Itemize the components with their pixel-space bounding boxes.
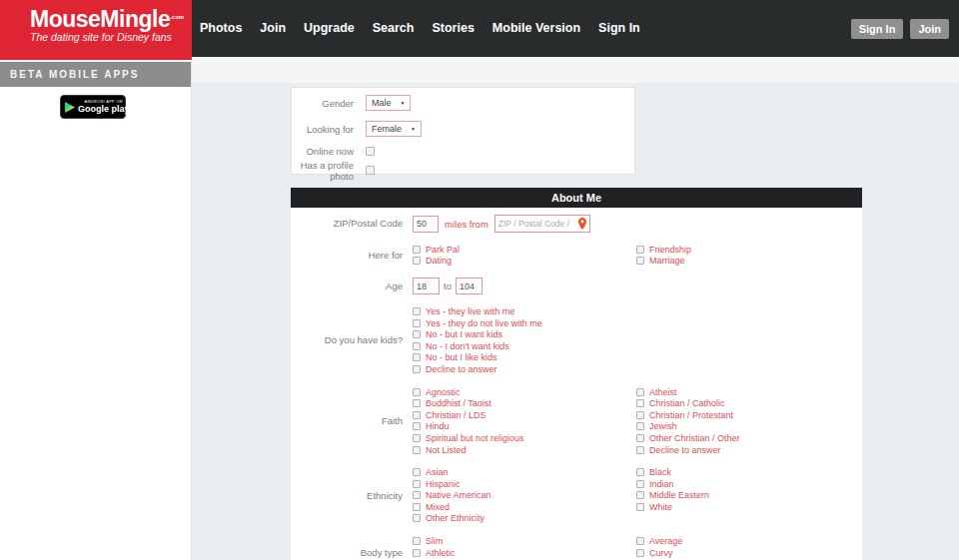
checkbox-option[interactable]: Marriage	[636, 256, 836, 268]
nav-item-photos[interactable]: Photos	[200, 0, 242, 57]
checkbox-option[interactable]: Other Christian / Other	[636, 432, 836, 444]
checkbox[interactable]	[413, 514, 421, 522]
checkbox[interactable]	[636, 468, 644, 476]
checkbox-option[interactable]: Slim	[413, 535, 636, 547]
checkbox[interactable]	[413, 388, 421, 396]
checkbox-option[interactable]: Other Ethnicity	[413, 513, 636, 525]
checkbox-option[interactable]: Decline to answer	[413, 363, 636, 375]
nav-item-search[interactable]: Search	[373, 0, 415, 57]
chevron-down-icon: ▼	[411, 126, 416, 132]
checkbox-option[interactable]: No - but I want kids	[413, 328, 636, 340]
checkbox-option[interactable]: Asian	[413, 466, 636, 478]
zip-input[interactable]	[498, 219, 578, 229]
checkbox[interactable]	[636, 480, 644, 488]
logo-block[interactable]: MouseMingle.com The dating site for Disn…	[0, 0, 192, 60]
checkbox[interactable]	[636, 422, 644, 430]
checkbox-option[interactable]: Park Pal	[413, 244, 636, 256]
nav-item-join[interactable]: Join	[260, 0, 286, 57]
looking-for-select[interactable]: Female▼	[366, 121, 422, 137]
checkbox-option[interactable]: Dating	[413, 256, 636, 268]
checkbox-option[interactable]: Not Listed	[413, 444, 636, 456]
checkbox-option[interactable]: Yes - they live with me	[413, 305, 636, 317]
content-top-strip	[192, 57, 959, 83]
checkbox-option[interactable]: No - I don't want kids	[413, 340, 636, 352]
checkbox[interactable]	[413, 342, 421, 350]
online-now-checkbox[interactable]	[366, 147, 375, 156]
checkbox-option[interactable]: Mixed	[413, 501, 636, 513]
checkbox-label: Atheist	[649, 387, 677, 397]
checkbox-option[interactable]: White	[636, 501, 836, 513]
checkbox[interactable]	[636, 446, 644, 454]
checkbox[interactable]	[413, 257, 421, 265]
location-pin-icon[interactable]	[578, 218, 586, 230]
checkbox-option[interactable]: Christian / Catholic	[636, 397, 836, 409]
checkbox-option[interactable]: Buddhist / Taoist	[413, 397, 636, 409]
checkbox[interactable]	[413, 503, 421, 511]
checkbox-option[interactable]: No - but I like kids	[413, 352, 636, 364]
checkbox-label: Decline to answer	[649, 445, 721, 455]
checkbox-option[interactable]: Decline to answer	[636, 444, 836, 456]
google-play-badge[interactable]: ANDROID APP ON Google play	[60, 95, 126, 119]
checkbox-option[interactable]: Average	[636, 535, 836, 547]
checkbox-label: Other Christian / Other	[649, 433, 740, 443]
has-photo-checkbox[interactable]	[366, 166, 375, 175]
checkbox-option[interactable]: Christian / LDS	[413, 409, 636, 421]
checkbox-option[interactable]: Black	[636, 466, 836, 478]
nav-item-sign-in[interactable]: Sign In	[598, 0, 640, 57]
checkbox-option[interactable]: Hindu	[413, 421, 636, 433]
checkbox[interactable]	[413, 468, 421, 476]
checkbox[interactable]	[636, 549, 644, 557]
checkbox[interactable]	[636, 491, 644, 499]
checkbox-label: Athletic	[426, 548, 456, 558]
checkbox[interactable]	[636, 388, 644, 396]
checkbox[interactable]	[413, 307, 421, 315]
checkbox[interactable]	[413, 246, 421, 254]
checkbox-option[interactable]: Spiritual but not religious	[413, 432, 636, 444]
checkbox-option[interactable]: Athletic	[413, 547, 636, 559]
checkbox[interactable]	[636, 503, 644, 511]
checkbox-option[interactable]: Indian	[636, 478, 836, 490]
about-me-panel: ZIP/Postal Code miles from	[291, 208, 862, 560]
checkbox[interactable]	[413, 480, 421, 488]
checkbox[interactable]	[413, 549, 421, 557]
checkbox-option[interactable]: Native American	[413, 490, 636, 502]
age-min-input[interactable]	[413, 278, 440, 294]
miles-input[interactable]	[413, 216, 439, 233]
main-content: Gender Male▼ Looking for Female▼ Online …	[192, 57, 959, 560]
nav-item-mobile-version[interactable]: Mobile Version	[492, 0, 580, 57]
checkbox[interactable]	[636, 246, 644, 254]
checkbox[interactable]	[413, 537, 421, 545]
join-button[interactable]: Join	[910, 19, 949, 39]
checkbox-label: Average	[649, 536, 682, 546]
checkbox[interactable]	[636, 537, 644, 545]
checkbox-option[interactable]: Jewish	[636, 421, 836, 433]
checkbox[interactable]	[636, 411, 644, 419]
checkbox[interactable]	[413, 330, 421, 338]
checkbox[interactable]	[413, 319, 421, 327]
nav-item-upgrade[interactable]: Upgrade	[304, 0, 355, 57]
nav-item-stories[interactable]: Stories	[432, 0, 474, 57]
checkbox-option[interactable]: Friendship	[636, 244, 836, 256]
gender-select[interactable]: Male▼	[366, 95, 411, 111]
checkbox-option[interactable]: Curvy	[636, 547, 836, 559]
checkbox[interactable]	[413, 491, 421, 499]
checkbox[interactable]	[413, 399, 421, 407]
checkbox[interactable]	[413, 365, 421, 373]
checkbox[interactable]	[413, 411, 421, 419]
checkbox-option[interactable]: Agnostic	[413, 386, 636, 398]
checkbox[interactable]	[636, 399, 644, 407]
checkbox-option[interactable]: Hispanic	[413, 478, 636, 490]
google-play-badge-text: ANDROID APP ON Google play	[78, 100, 130, 114]
checkbox-option[interactable]: Yes - they do not live with me	[413, 317, 636, 329]
signin-button[interactable]: Sign In	[851, 19, 904, 39]
checkbox-option[interactable]: Atheist	[636, 386, 836, 398]
checkbox-option[interactable]: Middle Eastern	[636, 490, 836, 502]
checkbox-option[interactable]: Christian / Protestant	[636, 409, 836, 421]
checkbox[interactable]	[413, 446, 421, 454]
checkbox[interactable]	[413, 353, 421, 361]
checkbox[interactable]	[413, 422, 421, 430]
checkbox[interactable]	[636, 257, 644, 265]
checkbox[interactable]	[413, 434, 421, 442]
age-max-input[interactable]	[456, 278, 482, 294]
checkbox[interactable]	[636, 434, 644, 442]
